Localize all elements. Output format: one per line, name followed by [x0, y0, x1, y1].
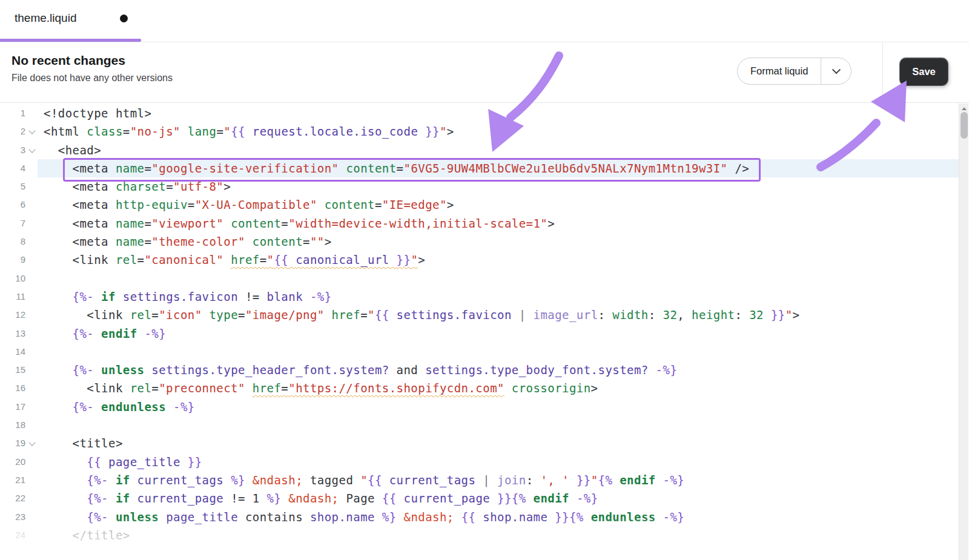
- code-line[interactable]: 9 <link rel="canonical" href="{{ canonic…: [0, 251, 959, 269]
- code-line[interactable]: 13 {%- endif -%}: [0, 324, 959, 343]
- chevron-down-icon: [832, 65, 841, 74]
- code-line-content[interactable]: <meta name="theme-color" content="">: [38, 232, 959, 251]
- code-line[interactable]: 1<!doctype html>: [0, 104, 959, 122]
- line-number: 9: [0, 251, 38, 269]
- header-vertical-divider: [882, 43, 883, 103]
- line-number: 16: [0, 379, 38, 397]
- code-line-content[interactable]: <meta name="google-site-verification" co…: [38, 159, 959, 177]
- code-line-content[interactable]: <link rel="canonical" href="{{ canonical…: [38, 251, 959, 269]
- code-line-content[interactable]: {%- unless page_title contains shop.name…: [38, 508, 959, 526]
- line-number: 10: [0, 269, 38, 288]
- version-header: No recent changes File does not have any…: [0, 43, 969, 103]
- code-line[interactable]: 5 <meta charset="utf-8">: [0, 177, 959, 196]
- code-line[interactable]: 3 <head>: [0, 141, 959, 159]
- format-liquid-split-button: Format liquid: [737, 58, 852, 85]
- line-number: 2: [0, 122, 38, 140]
- scrollbar-track[interactable]: [959, 104, 968, 560]
- code-line-content[interactable]: {%- unless settings.type_header_font.sys…: [38, 361, 959, 379]
- line-number: 4: [0, 159, 38, 177]
- code-line-content[interactable]: {{ page_title }}: [38, 453, 959, 471]
- code-line-content[interactable]: <meta name="viewport" content="width=dev…: [38, 214, 959, 232]
- code-line-content[interactable]: [38, 416, 959, 434]
- version-subtitle: File does not have any other versions: [12, 73, 173, 84]
- code-line[interactable]: 20 {{ page_title }}: [0, 453, 959, 471]
- code-lines: 1<!doctype html>2<html class="no-js" lan…: [0, 104, 959, 544]
- code-line[interactable]: 14: [0, 343, 959, 361]
- code-line[interactable]: 4 <meta name="google-site-verification" …: [0, 159, 959, 177]
- line-number: 13: [0, 324, 38, 343]
- line-number: 7: [0, 214, 38, 232]
- line-number: 19: [0, 434, 38, 452]
- line-number: 21: [0, 471, 38, 489]
- code-line-content[interactable]: <meta http-equiv="X-UA-Compatible" conte…: [38, 196, 959, 214]
- unsaved-dot-icon: [120, 15, 128, 22]
- save-button[interactable]: Save: [900, 58, 948, 85]
- code-line-content[interactable]: <title>: [38, 434, 959, 452]
- code-line[interactable]: 19 <title>: [0, 434, 959, 452]
- code-line-content[interactable]: <meta charset="utf-8">: [38, 177, 959, 196]
- line-number: 11: [0, 288, 38, 306]
- line-number: 20: [0, 453, 38, 471]
- code-line-content[interactable]: <html class="no-js" lang="{{ request.loc…: [38, 122, 959, 140]
- format-liquid-button[interactable]: Format liquid: [738, 58, 821, 84]
- line-number: 23: [0, 508, 38, 526]
- code-line-content[interactable]: <link rel="preconnect" href="https://fon…: [38, 379, 959, 397]
- scrollbar-up-arrow-icon[interactable]: [962, 107, 967, 110]
- format-liquid-dropdown[interactable]: [821, 58, 851, 84]
- code-line[interactable]: 15 {%- unless settings.type_header_font.…: [0, 361, 959, 379]
- code-line-content[interactable]: [38, 269, 959, 288]
- tab-theme-liquid[interactable]: theme.liquid: [0, 0, 141, 42]
- line-number: 12: [0, 306, 38, 324]
- code-line[interactable]: 8 <meta name="theme-color" content="">: [0, 232, 959, 251]
- line-number: 15: [0, 361, 38, 379]
- line-number: 8: [0, 232, 38, 251]
- code-line[interactable]: 22 {%- if current_page != 1 %} &ndash; P…: [0, 489, 959, 507]
- code-line[interactable]: 6 <meta http-equiv="X-UA-Compatible" con…: [0, 196, 959, 214]
- code-line[interactable]: 23 {%- unless page_title contains shop.n…: [0, 508, 959, 526]
- fold-chevron-icon[interactable]: [28, 440, 36, 447]
- code-line[interactable]: 2<html class="no-js" lang="{{ request.lo…: [0, 122, 959, 140]
- code-line-content[interactable]: {%- if current_tags %} &ndash; tagged "{…: [38, 471, 959, 489]
- code-line-content[interactable]: {%- if current_page != 1 %} &ndash; Page…: [38, 489, 959, 507]
- code-line[interactable]: 7 <meta name="viewport" content="width=d…: [0, 214, 959, 232]
- code-line-content[interactable]: {%- endif -%}: [38, 324, 959, 343]
- code-editor[interactable]: 1<!doctype html>2<html class="no-js" lan…: [0, 104, 959, 560]
- tab-label: theme.liquid: [15, 12, 76, 25]
- fold-chevron-icon[interactable]: [28, 128, 36, 135]
- code-line-content[interactable]: </title>: [38, 526, 959, 544]
- scrollbar-thumb[interactable]: [961, 112, 968, 139]
- line-number: 6: [0, 196, 38, 214]
- code-line[interactable]: 21 {%- if current_tags %} &ndash; tagged…: [0, 471, 959, 489]
- code-line-content[interactable]: <!doctype html>: [38, 104, 959, 122]
- code-line[interactable]: 11 {%- if settings.favicon != blank -%}: [0, 288, 959, 306]
- line-number: 17: [0, 398, 38, 416]
- code-line-content[interactable]: [38, 343, 959, 361]
- line-number: 22: [0, 489, 38, 507]
- fold-chevron-icon[interactable]: [28, 147, 36, 154]
- code-line[interactable]: 10: [0, 269, 959, 288]
- line-number: 14: [0, 343, 38, 361]
- active-tab-underline: [0, 39, 141, 42]
- code-line-content[interactable]: <head>: [38, 141, 959, 159]
- line-number: 18: [0, 416, 38, 434]
- code-line-content[interactable]: <link rel="icon" type="image/png" href="…: [38, 306, 959, 324]
- tab-bar: theme.liquid: [0, 0, 969, 42]
- code-line[interactable]: 17 {%- endunless -%}: [0, 398, 959, 416]
- code-line-content[interactable]: {%- if settings.favicon != blank -%}: [38, 288, 959, 306]
- line-number: 3: [0, 141, 38, 159]
- code-line[interactable]: 16 <link rel="preconnect" href="https://…: [0, 379, 959, 397]
- line-number: 1: [0, 104, 38, 122]
- code-line[interactable]: 24 </title>: [0, 526, 959, 544]
- code-line[interactable]: 12 <link rel="icon" type="image/png" hre…: [0, 306, 959, 324]
- version-title: No recent changes: [12, 53, 125, 68]
- code-line-content[interactable]: {%- endunless -%}: [38, 398, 959, 416]
- line-number: 24: [0, 526, 38, 544]
- line-number: 5: [0, 177, 38, 196]
- code-line[interactable]: 18: [0, 416, 959, 434]
